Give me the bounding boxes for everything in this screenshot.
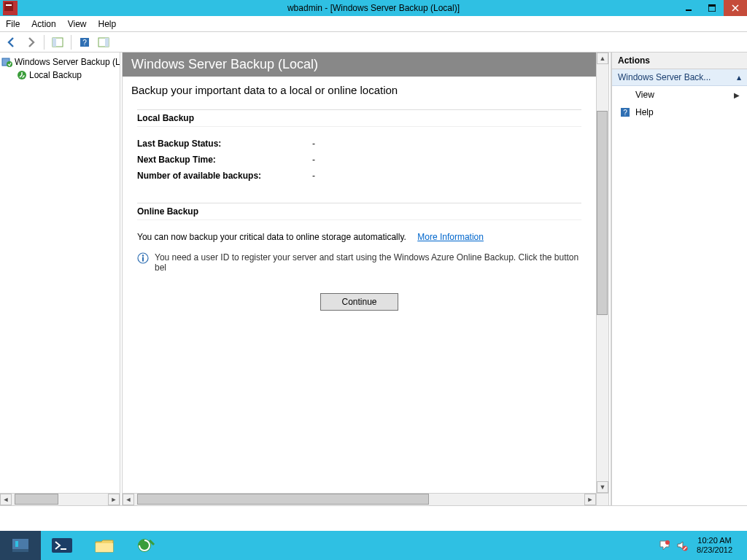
- menu-view[interactable]: View: [62, 17, 93, 31]
- collapse-arrow-icon: ▴: [737, 72, 741, 82]
- start-button[interactable]: [0, 531, 41, 560]
- maximize-button[interactable]: [700, 0, 724, 16]
- last-backup-status-label: Last Backup Status:: [137, 139, 312, 149]
- clock-date: 8/23/2012: [697, 545, 732, 555]
- actions-group-title[interactable]: Windows Server Back... ▴: [612, 69, 747, 86]
- backup-count-label: Number of available backups:: [137, 171, 312, 181]
- next-backup-time-row: Next Backup Time: -: [137, 155, 581, 165]
- page-title: Windows Server Backup (Local): [123, 52, 596, 77]
- svg-point-17: [142, 254, 144, 256]
- svg-rect-12: [105, 38, 109, 47]
- center-vertical-scrollbar[interactable]: ▲ ▼: [596, 52, 608, 493]
- last-backup-status-row: Last Backup Status: -: [137, 139, 581, 149]
- online-backup-section: Online Backup You can now backup your cr…: [137, 203, 581, 311]
- toolbar: ?: [0, 32, 747, 52]
- actions-header: Actions: [612, 52, 747, 69]
- svg-rect-21: [12, 539, 28, 549]
- chevron-right-icon: ▶: [734, 91, 740, 99]
- info-line: You need a user ID to register your serv…: [137, 252, 581, 273]
- scroll-thumb[interactable]: [137, 494, 429, 505]
- online-backup-description: You can now backup your critical data to…: [137, 232, 581, 242]
- actions-group-label: Windows Server Back...: [618, 72, 711, 82]
- show-hide-action-button[interactable]: [95, 34, 112, 51]
- tree-horizontal-scrollbar[interactable]: ◄ ►: [0, 493, 120, 505]
- blank-icon: [619, 89, 631, 101]
- mmc-status-bar: [0, 505, 747, 531]
- menu-action[interactable]: Action: [26, 17, 61, 31]
- last-backup-status-value: -: [312, 139, 581, 149]
- tree-pane: Windows Server Backup (L Local Backup ◄ …: [0, 52, 120, 505]
- server-backup-icon: [1, 56, 13, 68]
- scroll-left-arrow-icon[interactable]: ◄: [0, 494, 12, 505]
- actions-help-label: Help: [635, 107, 654, 117]
- window-titlebar: wbadmin - [Windows Server Backup (Local)…: [0, 0, 747, 16]
- svg-rect-23: [15, 541, 18, 547]
- svg-point-28: [665, 540, 670, 545]
- svg-rect-18: [142, 257, 144, 262]
- scroll-left-arrow-icon[interactable]: ◄: [123, 494, 134, 505]
- svg-rect-8: [53, 38, 56, 47]
- info-icon: [137, 252, 149, 264]
- next-backup-time-label: Next Backup Time:: [137, 155, 312, 165]
- tree-child-node[interactable]: Local Backup: [0, 69, 120, 82]
- taskbar-explorer-button[interactable]: [83, 531, 125, 560]
- taskbar-powershell-button[interactable]: [41, 531, 83, 560]
- more-information-link[interactable]: More Information: [417, 232, 484, 242]
- scroll-down-arrow-icon[interactable]: ▼: [597, 481, 608, 493]
- next-backup-time-value: -: [312, 155, 581, 165]
- help-toolbar-button[interactable]: ?: [76, 34, 93, 51]
- svg-rect-0: [4, 2, 13, 11]
- online-backup-text: You can now backup your critical data to…: [137, 232, 406, 242]
- local-backup-icon: [16, 69, 28, 81]
- toolbar-separator: [71, 35, 71, 50]
- taskbar-wbadmin-button[interactable]: [125, 531, 168, 560]
- scroll-corner: [596, 493, 608, 505]
- menu-help[interactable]: Help: [93, 17, 123, 31]
- center-pane: Windows Server Backup (Local) Backup you…: [123, 52, 608, 505]
- actions-help-item[interactable]: ? Help: [612, 104, 747, 121]
- center-content: Windows Server Backup (Local) Backup you…: [123, 52, 596, 493]
- app-icon: [3, 1, 18, 15]
- local-backup-section-title: Local Backup: [137, 109, 581, 127]
- show-hide-tree-button[interactable]: [49, 34, 66, 51]
- online-backup-section-title: Online Backup: [137, 203, 581, 220]
- scroll-thumb[interactable]: [597, 111, 608, 315]
- actions-view-item[interactable]: View ▶: [612, 86, 747, 104]
- taskbar: 10:20 AM 8/23/2012: [0, 531, 747, 560]
- svg-rect-24: [52, 538, 72, 553]
- svg-text:?: ?: [623, 109, 627, 117]
- scroll-right-arrow-icon[interactable]: ►: [108, 494, 120, 505]
- action-center-icon[interactable]: [658, 539, 671, 552]
- menubar: File Action View Help: [0, 16, 747, 32]
- center-horizontal-scrollbar[interactable]: ◄ ►: [123, 493, 596, 505]
- scroll-thumb[interactable]: [15, 494, 58, 505]
- back-button[interactable]: [3, 34, 20, 51]
- workspace: Windows Server Backup (L Local Backup ◄ …: [0, 52, 747, 505]
- scroll-up-arrow-icon[interactable]: ▲: [597, 52, 608, 64]
- actions-pane: Actions Windows Server Back... ▴ View ▶ …: [611, 52, 747, 505]
- svg-rect-26: [96, 543, 113, 552]
- continue-button[interactable]: Continue: [320, 293, 398, 311]
- taskbar-clock[interactable]: 10:20 AM 8/23/2012: [691, 536, 738, 555]
- minimize-button[interactable]: [677, 0, 700, 16]
- volume-icon[interactable]: [676, 539, 689, 552]
- window-title: wbadmin - [Windows Server Backup (Local)…: [0, 3, 747, 13]
- system-tray: 10:20 AM 8/23/2012: [656, 531, 747, 560]
- help-icon: ?: [619, 106, 631, 118]
- scroll-right-arrow-icon[interactable]: ►: [584, 494, 596, 505]
- svg-rect-4: [708, 4, 716, 7]
- forward-button[interactable]: [22, 34, 39, 51]
- actions-view-label: View: [635, 90, 654, 100]
- page-subtitle: Backup your important data to a local or…: [123, 77, 596, 109]
- menu-file[interactable]: File: [0, 17, 26, 31]
- clock-time: 10:20 AM: [697, 536, 732, 545]
- svg-rect-1: [6, 4, 12, 6]
- tree-root-label: Windows Server Backup (L: [15, 57, 120, 67]
- svg-text:?: ?: [82, 39, 87, 47]
- backup-count-value: -: [312, 171, 581, 181]
- local-backup-section: Local Backup Last Backup Status: - Next …: [137, 109, 581, 181]
- close-button[interactable]: [724, 0, 747, 16]
- tree-root-node[interactable]: Windows Server Backup (L: [0, 55, 120, 69]
- toolbar-separator: [44, 35, 44, 50]
- svg-rect-22: [12, 549, 28, 552]
